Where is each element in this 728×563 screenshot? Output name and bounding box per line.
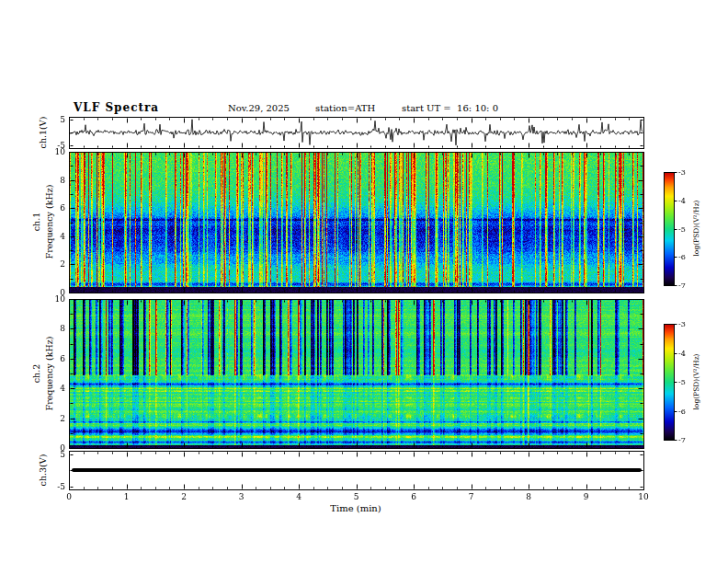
tick-label: 5 <box>60 450 65 459</box>
tick-label: 10 <box>55 294 65 304</box>
tick-label: 4 <box>60 384 65 393</box>
tick-label: 10 <box>638 492 648 501</box>
tick-label: 8 <box>60 324 65 333</box>
tick-label: 1 <box>124 492 130 501</box>
tick-label: 2 <box>181 492 187 501</box>
tick-label: 4 <box>296 492 301 501</box>
tick-label: -5 <box>678 378 686 386</box>
tick-label: 5 <box>354 492 359 501</box>
tick-label: 9 <box>584 492 589 501</box>
tick-label: 8 <box>60 176 65 185</box>
tick-label: 2 <box>60 414 65 423</box>
tick-label: -4 <box>678 196 686 204</box>
tick-label: 6 <box>60 203 65 213</box>
tick-label: 6 <box>60 354 65 363</box>
tick-label: -6 <box>678 253 686 261</box>
tick-label: 4 <box>60 232 65 241</box>
tick-label: 2 <box>60 259 65 269</box>
tick-label: 6 <box>411 492 416 501</box>
tick-label: -6 <box>678 407 686 415</box>
tick-label: 7 <box>469 492 474 501</box>
tick-label: -7 <box>678 436 686 444</box>
tick-label: -5 <box>678 224 686 233</box>
axes-overlay <box>0 0 728 563</box>
tick-label: 5 <box>60 115 65 124</box>
tick-label: -4 <box>678 349 686 357</box>
tick-label: -3 <box>678 168 686 177</box>
tick-label: 10 <box>55 147 65 156</box>
tick-label: -7 <box>678 282 686 290</box>
tick-label: -5 <box>57 482 65 491</box>
vlf-spectra-figure: VLF Spectra Nov.29, 2025 station=ATH sta… <box>0 0 728 563</box>
tick-label: 3 <box>239 492 245 501</box>
tick-label: -3 <box>678 320 686 328</box>
tick-label: 8 <box>526 492 531 501</box>
tick-label: 0 <box>66 492 72 501</box>
